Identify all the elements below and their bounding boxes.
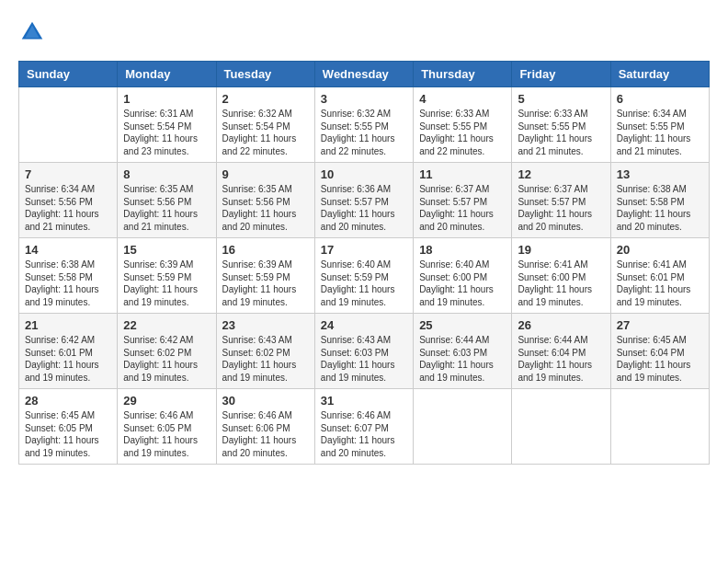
day-info: Sunrise: 6:37 AMSunset: 5:57 PMDaylight:… (419, 183, 506, 233)
calendar-day-cell: 16Sunrise: 6:39 AMSunset: 5:59 PMDayligh… (216, 238, 314, 314)
calendar-day-cell: 2Sunrise: 6:32 AMSunset: 5:54 PMDaylight… (216, 87, 314, 163)
weekday-header-cell: Monday (118, 62, 216, 87)
day-number: 13 (617, 167, 703, 181)
calendar-day-cell: 1Sunrise: 6:31 AMSunset: 5:54 PMDaylight… (118, 87, 216, 163)
calendar-day-cell: 28Sunrise: 6:45 AMSunset: 6:05 PMDayligh… (19, 389, 118, 465)
day-number: 5 (518, 92, 604, 106)
day-info: Sunrise: 6:38 AMSunset: 5:58 PMDaylight:… (617, 183, 703, 233)
calendar-day-cell: 29Sunrise: 6:46 AMSunset: 6:05 PMDayligh… (118, 389, 216, 465)
calendar-day-cell: 17Sunrise: 6:40 AMSunset: 5:59 PMDayligh… (314, 238, 413, 314)
day-number: 27 (617, 318, 703, 332)
day-number: 16 (222, 243, 309, 257)
day-number: 23 (222, 318, 309, 332)
day-info: Sunrise: 6:34 AMSunset: 5:56 PMDaylight:… (25, 183, 111, 233)
day-number: 4 (419, 92, 506, 106)
calendar-day-cell: 22Sunrise: 6:42 AMSunset: 6:02 PMDayligh… (118, 314, 216, 389)
day-number: 29 (123, 394, 210, 408)
calendar-day-cell: 25Sunrise: 6:44 AMSunset: 6:03 PMDayligh… (414, 314, 512, 389)
day-info: Sunrise: 6:35 AMSunset: 5:56 PMDaylight:… (123, 183, 210, 233)
calendar-day-cell: 21Sunrise: 6:42 AMSunset: 6:01 PMDayligh… (19, 314, 118, 389)
weekday-header-cell: Thursday (414, 62, 512, 87)
page-header (18, 18, 710, 46)
calendar-day-cell: 4Sunrise: 6:33 AMSunset: 5:55 PMDaylight… (414, 87, 512, 163)
day-info: Sunrise: 6:39 AMSunset: 5:59 PMDaylight:… (123, 259, 210, 308)
calendar-table: SundayMondayTuesdayWednesdayThursdayFrid… (18, 61, 710, 465)
day-info: Sunrise: 6:38 AMSunset: 5:58 PMDaylight:… (25, 259, 111, 308)
calendar-day-cell: 18Sunrise: 6:40 AMSunset: 6:00 PMDayligh… (414, 238, 512, 314)
calendar-day-cell: 5Sunrise: 6:33 AMSunset: 5:55 PMDaylight… (512, 87, 610, 163)
calendar-week-row: 14Sunrise: 6:38 AMSunset: 5:58 PMDayligh… (19, 238, 710, 314)
day-number: 18 (419, 243, 506, 257)
day-info: Sunrise: 6:35 AMSunset: 5:56 PMDaylight:… (222, 183, 309, 233)
day-number: 3 (321, 92, 407, 106)
day-info: Sunrise: 6:45 AMSunset: 6:04 PMDaylight:… (617, 334, 703, 384)
calendar-day-cell (414, 389, 512, 465)
weekday-header-cell: Tuesday (216, 62, 314, 87)
day-number: 17 (321, 243, 407, 257)
day-info: Sunrise: 6:31 AMSunset: 5:54 PMDaylight:… (123, 108, 210, 157)
day-info: Sunrise: 6:40 AMSunset: 5:59 PMDaylight:… (321, 259, 407, 308)
calendar-day-cell: 13Sunrise: 6:38 AMSunset: 5:58 PMDayligh… (610, 163, 709, 238)
day-info: Sunrise: 6:32 AMSunset: 5:55 PMDaylight:… (321, 108, 407, 157)
day-info: Sunrise: 6:41 AMSunset: 6:00 PMDaylight:… (518, 259, 604, 308)
day-number: 15 (123, 243, 210, 257)
day-info: Sunrise: 6:34 AMSunset: 5:55 PMDaylight:… (617, 108, 703, 157)
day-number: 30 (222, 394, 309, 408)
calendar-week-row: 1Sunrise: 6:31 AMSunset: 5:54 PMDaylight… (19, 87, 710, 163)
day-info: Sunrise: 6:32 AMSunset: 5:54 PMDaylight:… (222, 108, 309, 157)
day-number: 10 (321, 167, 407, 181)
calendar-day-cell: 12Sunrise: 6:37 AMSunset: 5:57 PMDayligh… (512, 163, 610, 238)
day-info: Sunrise: 6:44 AMSunset: 6:04 PMDaylight:… (518, 334, 604, 384)
day-info: Sunrise: 6:39 AMSunset: 5:59 PMDaylight:… (222, 259, 309, 308)
day-info: Sunrise: 6:41 AMSunset: 6:01 PMDaylight:… (617, 259, 703, 308)
logo (18, 18, 50, 46)
weekday-header-cell: Saturday (610, 62, 709, 87)
calendar-day-cell: 27Sunrise: 6:45 AMSunset: 6:04 PMDayligh… (610, 314, 709, 389)
day-number: 11 (419, 167, 506, 181)
calendar-day-cell (610, 389, 709, 465)
calendar-day-cell: 3Sunrise: 6:32 AMSunset: 5:55 PMDaylight… (314, 87, 413, 163)
day-info: Sunrise: 6:42 AMSunset: 6:01 PMDaylight:… (25, 334, 111, 384)
day-info: Sunrise: 6:43 AMSunset: 6:03 PMDaylight:… (321, 334, 407, 384)
day-info: Sunrise: 6:44 AMSunset: 6:03 PMDaylight:… (419, 334, 506, 384)
calendar-day-cell: 6Sunrise: 6:34 AMSunset: 5:55 PMDaylight… (610, 87, 709, 163)
day-info: Sunrise: 6:42 AMSunset: 6:02 PMDaylight:… (123, 334, 210, 384)
calendar-day-cell: 9Sunrise: 6:35 AMSunset: 5:56 PMDaylight… (216, 163, 314, 238)
calendar-day-cell: 31Sunrise: 6:46 AMSunset: 6:07 PMDayligh… (314, 389, 413, 465)
day-number: 7 (25, 167, 111, 181)
calendar-day-cell: 8Sunrise: 6:35 AMSunset: 5:56 PMDaylight… (118, 163, 216, 238)
day-info: Sunrise: 6:36 AMSunset: 5:57 PMDaylight:… (321, 183, 407, 233)
day-number: 26 (518, 318, 604, 332)
calendar-day-cell: 10Sunrise: 6:36 AMSunset: 5:57 PMDayligh… (314, 163, 413, 238)
day-number: 6 (617, 92, 703, 106)
calendar-day-cell: 24Sunrise: 6:43 AMSunset: 6:03 PMDayligh… (314, 314, 413, 389)
day-info: Sunrise: 6:33 AMSunset: 5:55 PMDaylight:… (518, 108, 604, 157)
day-info: Sunrise: 6:40 AMSunset: 6:00 PMDaylight:… (419, 259, 506, 308)
day-info: Sunrise: 6:46 AMSunset: 6:06 PMDaylight:… (222, 409, 309, 459)
day-number: 22 (123, 318, 210, 332)
day-info: Sunrise: 6:33 AMSunset: 5:55 PMDaylight:… (419, 108, 506, 157)
day-info: Sunrise: 6:46 AMSunset: 6:07 PMDaylight:… (321, 409, 407, 459)
day-number: 31 (321, 394, 407, 408)
calendar-day-cell: 11Sunrise: 6:37 AMSunset: 5:57 PMDayligh… (414, 163, 512, 238)
day-number: 8 (123, 167, 210, 181)
day-number: 1 (123, 92, 210, 106)
day-number: 12 (518, 167, 604, 181)
day-number: 2 (222, 92, 309, 106)
calendar-day-cell (512, 389, 610, 465)
day-number: 14 (25, 243, 111, 257)
day-info: Sunrise: 6:46 AMSunset: 6:05 PMDaylight:… (123, 409, 210, 459)
logo-icon (18, 18, 46, 46)
day-number: 21 (25, 318, 111, 332)
day-number: 20 (617, 243, 703, 257)
calendar-day-cell: 30Sunrise: 6:46 AMSunset: 6:06 PMDayligh… (216, 389, 314, 465)
weekday-header-cell: Friday (512, 62, 610, 87)
day-info: Sunrise: 6:43 AMSunset: 6:02 PMDaylight:… (222, 334, 309, 384)
calendar-week-row: 28Sunrise: 6:45 AMSunset: 6:05 PMDayligh… (19, 389, 710, 465)
calendar-day-cell: 20Sunrise: 6:41 AMSunset: 6:01 PMDayligh… (610, 238, 709, 314)
day-info: Sunrise: 6:45 AMSunset: 6:05 PMDaylight:… (25, 409, 111, 459)
day-info: Sunrise: 6:37 AMSunset: 5:57 PMDaylight:… (518, 183, 604, 233)
calendar-day-cell: 14Sunrise: 6:38 AMSunset: 5:58 PMDayligh… (19, 238, 118, 314)
calendar-day-cell: 7Sunrise: 6:34 AMSunset: 5:56 PMDaylight… (19, 163, 118, 238)
day-number: 19 (518, 243, 604, 257)
